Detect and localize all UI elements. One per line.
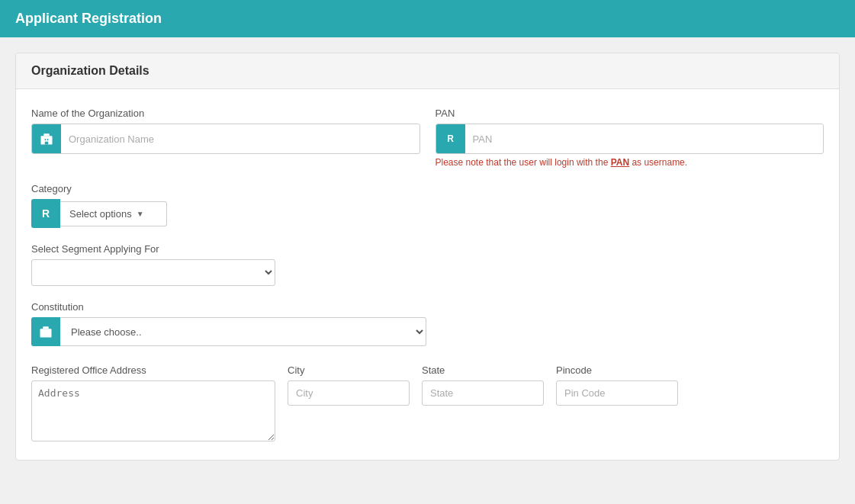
pincode-label: Pincode	[556, 364, 678, 376]
address-section: Registered Office Address City State Pin…	[31, 364, 824, 441]
pan-group: PAN R Please note that the user will log…	[436, 108, 824, 168]
segment-row: Select Segment Applying For	[31, 243, 824, 286]
card-header-title: Organization Details	[31, 64, 149, 77]
constitution-select[interactable]: Please choose..	[60, 317, 426, 346]
segment-label: Select Segment Applying For	[31, 243, 824, 255]
state-input[interactable]	[422, 380, 544, 406]
category-input-wrap: R Select options ▼	[31, 199, 824, 228]
pincode-group: Pincode	[556, 364, 678, 406]
state-group: State	[422, 364, 544, 406]
org-name-label: Name of the Organization	[31, 108, 420, 119]
category-row: Category R Select options ▼	[31, 183, 824, 228]
page-content: Organization Details Name of the Organiz…	[0, 37, 855, 476]
pan-input[interactable]	[465, 127, 824, 151]
category-select-label: Select options	[69, 208, 132, 220]
pincode-input[interactable]	[556, 380, 678, 406]
pan-input-wrapper: R	[436, 124, 824, 154]
category-dropdown-arrow: ▼	[137, 210, 144, 218]
address-label: Registered Office Address	[31, 364, 275, 376]
org-name-icon	[32, 124, 61, 153]
org-name-input-wrapper	[31, 124, 420, 154]
category-select-button[interactable]: Select options ▼	[60, 201, 167, 226]
pan-hint-suffix: as username.	[629, 157, 687, 168]
pan-hint-text: Please note that the user will login wit…	[436, 157, 611, 168]
page-header: Applicant Registration	[0, 0, 855, 37]
pan-highlight: PAN	[611, 157, 629, 168]
pan-label: PAN	[436, 108, 824, 119]
category-label: Category	[31, 183, 824, 194]
pan-r-badge: R	[436, 124, 465, 153]
pan-hint: Please note that the user will login wit…	[436, 157, 824, 168]
address-group: Registered Office Address	[31, 364, 275, 441]
page-title: Applicant Registration	[15, 11, 162, 26]
card-header: Organization Details	[16, 53, 839, 89]
org-name-input[interactable]	[61, 127, 419, 151]
organization-card: Organization Details Name of the Organiz…	[15, 53, 840, 461]
org-pan-row: Name of the Organization	[31, 108, 824, 168]
svg-rect-1	[45, 139, 47, 140]
city-input[interactable]	[288, 380, 410, 406]
svg-rect-2	[47, 139, 49, 140]
category-r-badge: R	[31, 199, 60, 228]
card-body: Name of the Organization	[16, 89, 839, 460]
svg-rect-4	[40, 329, 52, 337]
constitution-input-wrap: Please choose..	[31, 317, 824, 346]
address-textarea[interactable]	[31, 380, 275, 441]
constitution-row: Constitution Please choose..	[31, 301, 824, 346]
state-label: State	[422, 364, 544, 376]
svg-rect-3	[45, 142, 49, 145]
segment-select[interactable]	[31, 259, 275, 286]
city-label: City	[288, 364, 410, 376]
org-name-group: Name of the Organization	[31, 108, 420, 168]
constitution-building-icon	[39, 325, 53, 339]
constitution-icon	[31, 317, 60, 346]
constitution-label: Constitution	[31, 301, 824, 313]
building-icon	[40, 132, 53, 146]
city-group: City	[288, 364, 410, 406]
